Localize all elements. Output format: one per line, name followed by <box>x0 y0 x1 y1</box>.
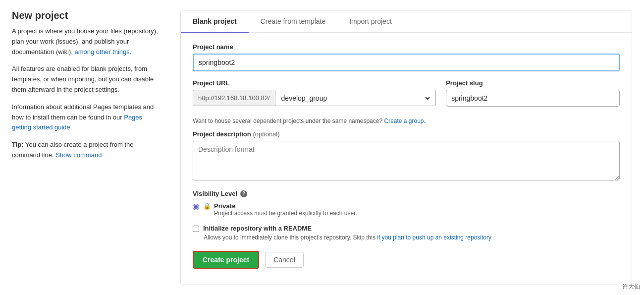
project-name-input[interactable] <box>193 54 620 71</box>
visibility-private-details: 🔒 Private Project access must be granted… <box>203 202 357 217</box>
tabs-bar: Blank project Create from template Impor… <box>181 10 632 33</box>
project-url-label: Project URL <box>193 79 436 87</box>
description-textarea[interactable] <box>193 141 620 180</box>
show-command-link[interactable]: Show command <box>55 151 102 159</box>
project-slug-group: Project slug <box>446 79 620 107</box>
visibility-help-icon[interactable]: ? <box>240 190 247 197</box>
cancel-button[interactable]: Cancel <box>265 252 304 268</box>
readme-label: Initialize repository with a README <box>203 225 312 232</box>
tab-import[interactable]: Import project <box>337 10 404 33</box>
create-group-link[interactable]: Create a group. <box>384 118 425 124</box>
main-content: Blank project Create from template Impor… <box>180 10 632 285</box>
visibility-private-radio[interactable] <box>193 204 199 210</box>
url-prefix: http://192.168.18.100:82/ <box>193 90 275 106</box>
url-slug-row: Project URL http://192.168.18.100:82/ de… <box>193 79 620 115</box>
namespace-select[interactable]: develop_group <box>279 94 432 103</box>
sidebar-desc1: A project is where you house your files … <box>12 26 161 57</box>
tab-blank[interactable]: Blank project <box>181 10 249 33</box>
readme-desc: Allows you to immediately clone this pro… <box>204 234 620 241</box>
form-area: Project name Project URL http://192.168.… <box>181 33 632 279</box>
sidebar-tip: Tip: You can also create a project from … <box>12 140 161 161</box>
page-title: New project <box>12 10 161 21</box>
sidebar-desc3: Information about additional Pages templ… <box>12 102 161 133</box>
readme-checkbox[interactable] <box>193 226 199 232</box>
create-project-button[interactable]: Create project <box>193 251 259 269</box>
readme-checkbox-row: Initialize repository with a README <box>193 225 620 232</box>
project-slug-label: Project slug <box>446 79 620 87</box>
description-group: Project description (optional) <box>193 130 620 182</box>
visibility-title: Visibility Level ? <box>193 190 620 197</box>
sidebar-link-things[interactable]: among other things. <box>74 48 131 56</box>
url-select-wrapper: develop_group <box>275 90 436 106</box>
lock-icon: 🔒 <box>203 202 211 210</box>
readme-existing-link[interactable]: if you plan to push up an existing repos… <box>377 234 491 241</box>
visibility-private-option: 🔒 Private Project access must be granted… <box>193 202 620 217</box>
project-name-label: Project name <box>193 43 620 51</box>
sidebar: New project A project is where you house… <box>12 10 161 285</box>
project-url-group: Project URL http://192.168.18.100:82/ de… <box>193 79 436 106</box>
project-name-group: Project name <box>193 43 620 71</box>
project-slug-input[interactable] <box>446 90 620 107</box>
sidebar-desc2: All features are enabled for blank proje… <box>12 64 161 95</box>
visibility-section: Visibility Level ? 🔒 Private Project acc… <box>193 190 620 217</box>
watermark: 许大仙 <box>622 283 640 291</box>
description-label: Project description (optional) <box>193 130 620 138</box>
tab-template[interactable]: Create from template <box>249 10 338 33</box>
namespace-hint: Want to house several dependent projects… <box>193 118 620 124</box>
readme-section: Initialize repository with a README Allo… <box>193 225 620 241</box>
actions-row: Create project Cancel <box>193 251 620 269</box>
url-input-row: http://192.168.18.100:82/ develop_group <box>193 90 436 106</box>
visibility-private-desc: Project access must be granted explicitl… <box>214 210 357 217</box>
